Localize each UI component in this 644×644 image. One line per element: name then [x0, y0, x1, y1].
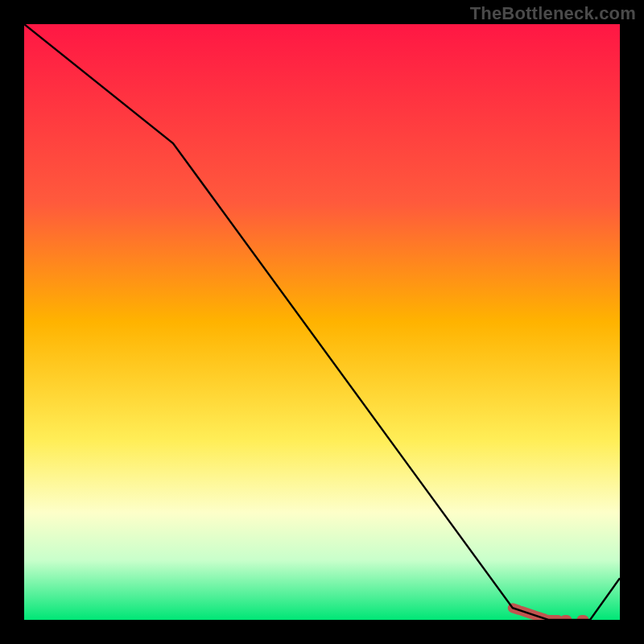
plot-area: [24, 24, 620, 620]
chart-frame: TheBottleneck.com: [0, 0, 644, 644]
gradient-background: [24, 24, 620, 620]
attribution-text: TheBottleneck.com: [470, 3, 636, 24]
chart-svg: [24, 24, 620, 620]
